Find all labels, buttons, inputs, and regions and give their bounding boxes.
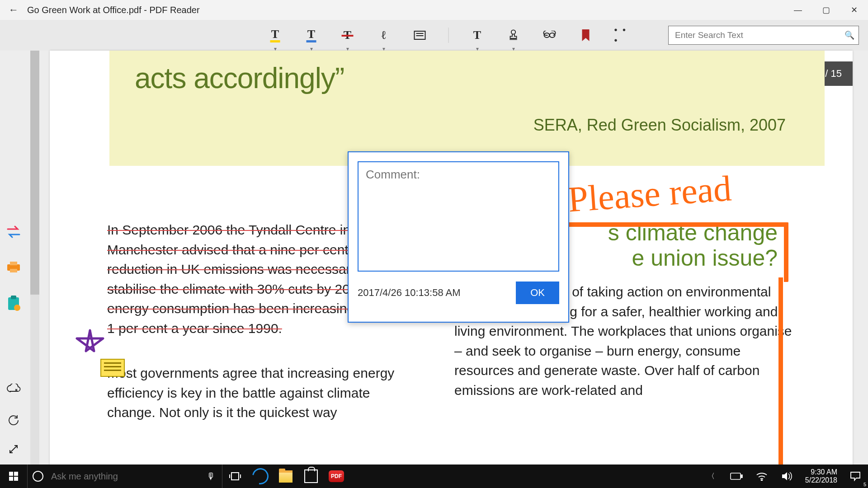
svg-rect-5: [10, 269, 17, 272]
clipboard-icon[interactable]: [7, 296, 20, 313]
pdf-reader-taskbar-icon[interactable]: PDF: [324, 465, 349, 488]
toolbar-separator: [448, 28, 449, 43]
star-ink-annotation[interactable]: [73, 328, 107, 362]
back-button[interactable]: ←: [0, 0, 27, 20]
volume-icon[interactable]: [774, 465, 800, 488]
ink-line[interactable]: [778, 277, 783, 472]
minimize-button[interactable]: —: [784, 0, 812, 20]
close-button[interactable]: ✕: [840, 0, 868, 20]
hyperlink-tool[interactable]: [542, 28, 557, 43]
cortana-input[interactable]: [50, 471, 200, 482]
clock-time: 9:30 AM: [805, 468, 837, 476]
typewriter-tool[interactable]: T: [470, 28, 485, 43]
handwritten-note: Please read: [566, 168, 732, 220]
svg-rect-15: [231, 473, 239, 480]
svg-point-18: [761, 480, 762, 481]
comment-timestamp: 2017/4/26 10:13:58 AM: [358, 287, 461, 299]
bookmark-icon: [581, 29, 590, 41]
svg-point-0: [511, 30, 515, 34]
print-icon[interactable]: [6, 261, 21, 275]
wifi-icon[interactable]: [749, 465, 774, 488]
maximize-button[interactable]: ▢: [812, 0, 840, 20]
cortana-search[interactable]: 🎙: [28, 465, 222, 488]
battery-icon[interactable]: [724, 465, 749, 488]
cloud-icon[interactable]: [6, 384, 21, 395]
svg-rect-12: [9, 477, 13, 481]
quote-attribution: SERA, Red Green Socialism, 2007: [135, 116, 799, 135]
system-clock[interactable]: 9:30 AM 5/22/2018: [800, 468, 843, 485]
search-box[interactable]: 🔍: [668, 26, 859, 45]
annotation-toolbar: T T T ℓ T • • • 🔍: [0, 20, 868, 51]
title-bar: ← Go Green Work at Office.pdf - PDF Read…: [0, 0, 868, 20]
svg-rect-13: [14, 477, 18, 481]
more-tools-button[interactable]: • • •: [614, 28, 630, 43]
body-paragraph: Most governments agree that increasing e…: [107, 363, 419, 422]
tray-expand-icon[interactable]: 〈: [698, 465, 724, 488]
action-center-icon[interactable]: 5: [843, 465, 868, 488]
sticky-note-annotation[interactable]: [100, 359, 125, 377]
svg-point-14: [33, 471, 43, 481]
comment-textarea[interactable]: [358, 161, 559, 272]
swap-icon[interactable]: [6, 225, 21, 240]
svg-rect-11: [14, 472, 18, 476]
ink-tool[interactable]: ℓ: [376, 28, 392, 43]
task-view-button[interactable]: [222, 465, 248, 488]
mic-icon[interactable]: 🎙: [207, 471, 222, 482]
svg-point-8: [14, 305, 20, 311]
note-form-tool[interactable]: [412, 28, 428, 43]
comment-dialog: 2017/4/26 10:13:58 AM OK: [348, 151, 569, 323]
scrollbar-thumb[interactable]: [30, 51, 39, 295]
search-input[interactable]: [669, 30, 840, 40]
stamp-tool[interactable]: [506, 28, 521, 43]
svg-rect-4: [10, 262, 17, 265]
stamp-icon: [507, 29, 520, 42]
underline-tool[interactable]: T: [304, 28, 319, 43]
strikeout-tool[interactable]: T: [340, 28, 355, 43]
expand-icon[interactable]: [8, 444, 19, 456]
clock-date: 5/22/2018: [805, 476, 837, 484]
ok-button[interactable]: OK: [516, 282, 559, 304]
cortana-icon: [32, 470, 44, 482]
quick-action-strip: [0, 101, 27, 454]
link-icon: [543, 31, 557, 40]
highlight-tool[interactable]: T: [268, 28, 283, 43]
store-taskbar-icon[interactable]: [298, 465, 324, 488]
bookmark-tool[interactable]: [578, 28, 594, 43]
rotate-icon[interactable]: [7, 414, 20, 428]
svg-rect-17: [741, 475, 742, 478]
svg-rect-10: [9, 472, 13, 476]
window-title: Go Green Work at Office.pdf - PDF Reader: [27, 5, 200, 15]
svg-rect-7: [11, 296, 16, 299]
file-explorer-taskbar-icon[interactable]: [273, 465, 298, 488]
svg-rect-16: [731, 473, 741, 479]
start-button[interactable]: [0, 472, 27, 481]
windows-taskbar: 🎙 PDF 〈 9:30 AM 5/22/2018 5: [0, 465, 868, 488]
notification-count: 5: [863, 482, 866, 487]
search-icon[interactable]: 🔍: [840, 30, 859, 40]
quote-text: acts accordingly”: [135, 61, 799, 95]
vertical-scrollbar[interactable]: [30, 51, 39, 471]
edge-taskbar-icon[interactable]: [248, 465, 273, 488]
